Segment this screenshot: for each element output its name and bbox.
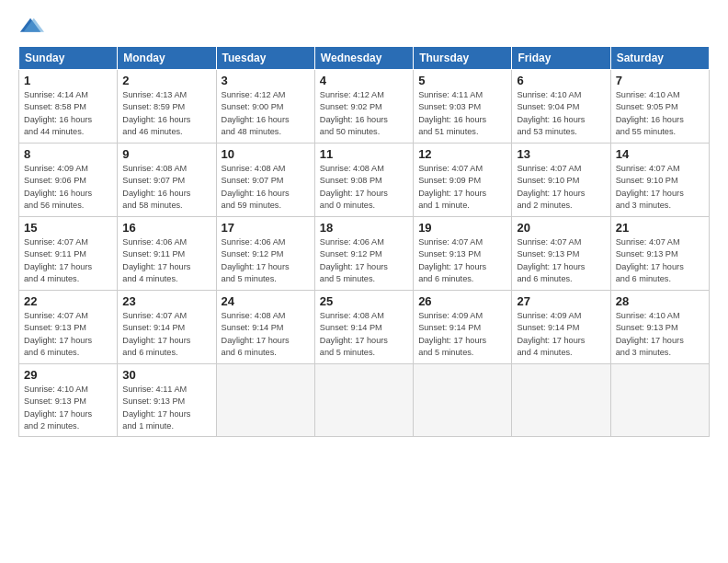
day-number: 20	[517, 221, 605, 235]
day-number: 29	[24, 368, 112, 382]
day-number: 27	[517, 294, 605, 308]
calendar-cell: 13Sunrise: 4:07 AM Sunset: 9:10 PM Dayli…	[512, 144, 610, 217]
calendar-cell: 26Sunrise: 4:09 AM Sunset: 9:14 PM Dayli…	[414, 291, 512, 364]
day-number: 22	[24, 294, 112, 308]
day-info: Sunrise: 4:07 AM Sunset: 9:13 PM Dayligh…	[517, 236, 605, 285]
day-number: 8	[24, 147, 112, 161]
calendar-cell: 16Sunrise: 4:06 AM Sunset: 9:11 PM Dayli…	[118, 217, 216, 291]
day-info: Sunrise: 4:07 AM Sunset: 9:10 PM Dayligh…	[517, 163, 605, 212]
day-info: Sunrise: 4:08 AM Sunset: 9:14 PM Dayligh…	[320, 310, 408, 359]
calendar-cell: 30Sunrise: 4:11 AM Sunset: 9:13 PM Dayli…	[118, 364, 216, 437]
calendar-cell: 29Sunrise: 4:10 AM Sunset: 9:13 PM Dayli…	[19, 364, 118, 437]
calendar-week-row: 8Sunrise: 4:09 AM Sunset: 9:06 PM Daylig…	[19, 144, 710, 217]
weekday-header-wednesday: Wednesday	[314, 47, 413, 70]
day-number: 19	[418, 221, 506, 235]
calendar-cell: 20Sunrise: 4:07 AM Sunset: 9:13 PM Dayli…	[512, 217, 610, 291]
day-number: 18	[320, 221, 408, 235]
calendar-cell: 8Sunrise: 4:09 AM Sunset: 9:06 PM Daylig…	[19, 144, 118, 217]
day-info: Sunrise: 4:14 AM Sunset: 8:58 PM Dayligh…	[24, 89, 112, 138]
day-info: Sunrise: 4:09 AM Sunset: 9:14 PM Dayligh…	[517, 310, 605, 359]
day-info: Sunrise: 4:07 AM Sunset: 9:10 PM Dayligh…	[616, 163, 704, 212]
day-info: Sunrise: 4:13 AM Sunset: 8:59 PM Dayligh…	[122, 89, 210, 138]
calendar-cell	[414, 364, 512, 437]
day-number: 15	[24, 221, 112, 235]
calendar-header: SundayMondayTuesdayWednesdayThursdayFrid…	[19, 47, 710, 70]
calendar-cell	[216, 364, 314, 437]
day-info: Sunrise: 4:12 AM Sunset: 9:02 PM Dayligh…	[320, 89, 408, 138]
calendar-cell: 15Sunrise: 4:07 AM Sunset: 9:11 PM Dayli…	[19, 217, 118, 291]
day-number: 25	[320, 294, 408, 308]
day-number: 24	[222, 294, 310, 308]
weekday-header-sunday: Sunday	[19, 47, 118, 70]
day-info: Sunrise: 4:08 AM Sunset: 9:07 PM Dayligh…	[222, 163, 310, 212]
calendar-cell: 28Sunrise: 4:10 AM Sunset: 9:13 PM Dayli…	[610, 291, 709, 364]
weekday-header-thursday: Thursday	[414, 47, 512, 70]
calendar-cell: 4Sunrise: 4:12 AM Sunset: 9:02 PM Daylig…	[314, 70, 413, 144]
day-info: Sunrise: 4:10 AM Sunset: 9:13 PM Dayligh…	[24, 384, 112, 432]
calendar-cell: 2Sunrise: 4:13 AM Sunset: 8:59 PM Daylig…	[118, 70, 216, 144]
day-number: 26	[418, 294, 506, 308]
day-number: 1	[24, 74, 112, 87]
day-number: 28	[616, 294, 704, 308]
calendar-week-row: 1Sunrise: 4:14 AM Sunset: 8:58 PM Daylig…	[19, 70, 710, 144]
calendar-cell: 24Sunrise: 4:08 AM Sunset: 9:14 PM Dayli…	[216, 291, 314, 364]
weekday-header-tuesday: Tuesday	[216, 47, 314, 70]
day-info: Sunrise: 4:07 AM Sunset: 9:11 PM Dayligh…	[24, 236, 112, 285]
day-number: 6	[517, 74, 605, 87]
day-info: Sunrise: 4:07 AM Sunset: 9:14 PM Dayligh…	[122, 310, 210, 359]
calendar-cell: 5Sunrise: 4:11 AM Sunset: 9:03 PM Daylig…	[414, 70, 512, 144]
day-number: 3	[222, 74, 310, 87]
calendar-cell: 19Sunrise: 4:07 AM Sunset: 9:13 PM Dayli…	[414, 217, 512, 291]
day-info: Sunrise: 4:07 AM Sunset: 9:13 PM Dayligh…	[616, 236, 704, 285]
day-info: Sunrise: 4:06 AM Sunset: 9:12 PM Dayligh…	[222, 236, 310, 285]
weekday-header-friday: Friday	[512, 47, 610, 70]
day-info: Sunrise: 4:10 AM Sunset: 9:13 PM Dayligh…	[616, 310, 704, 359]
logo-icon	[18, 15, 44, 40]
day-number: 10	[222, 147, 310, 161]
day-number: 30	[122, 368, 210, 382]
calendar-cell: 3Sunrise: 4:12 AM Sunset: 9:00 PM Daylig…	[216, 70, 314, 144]
day-info: Sunrise: 4:10 AM Sunset: 9:05 PM Dayligh…	[616, 89, 704, 138]
day-info: Sunrise: 4:10 AM Sunset: 9:04 PM Dayligh…	[517, 89, 605, 138]
logo	[18, 15, 48, 40]
day-number: 23	[122, 294, 210, 308]
header	[18, 15, 710, 40]
weekday-header-row: SundayMondayTuesdayWednesdayThursdayFrid…	[19, 47, 710, 70]
day-info: Sunrise: 4:12 AM Sunset: 9:00 PM Dayligh…	[222, 89, 310, 138]
calendar-week-row: 22Sunrise: 4:07 AM Sunset: 9:13 PM Dayli…	[19, 291, 710, 364]
calendar-cell: 9Sunrise: 4:08 AM Sunset: 9:07 PM Daylig…	[118, 144, 216, 217]
day-info: Sunrise: 4:07 AM Sunset: 9:09 PM Dayligh…	[418, 163, 506, 212]
calendar-cell: 22Sunrise: 4:07 AM Sunset: 9:13 PM Dayli…	[19, 291, 118, 364]
day-info: Sunrise: 4:06 AM Sunset: 9:12 PM Dayligh…	[320, 236, 408, 285]
day-number: 13	[517, 147, 605, 161]
calendar-cell	[512, 364, 610, 437]
calendar-cell: 14Sunrise: 4:07 AM Sunset: 9:10 PM Dayli…	[610, 144, 709, 217]
calendar-cell: 27Sunrise: 4:09 AM Sunset: 9:14 PM Dayli…	[512, 291, 610, 364]
day-info: Sunrise: 4:06 AM Sunset: 9:11 PM Dayligh…	[122, 236, 210, 285]
day-info: Sunrise: 4:09 AM Sunset: 9:14 PM Dayligh…	[418, 310, 506, 359]
page: SundayMondayTuesdayWednesdayThursdayFrid…	[0, 0, 728, 563]
calendar-table: SundayMondayTuesdayWednesdayThursdayFrid…	[18, 46, 710, 437]
calendar-body: 1Sunrise: 4:14 AM Sunset: 8:58 PM Daylig…	[19, 70, 710, 437]
day-number: 16	[122, 221, 210, 235]
day-number: 7	[616, 74, 704, 87]
day-number: 14	[616, 147, 704, 161]
day-number: 2	[122, 74, 210, 87]
day-info: Sunrise: 4:07 AM Sunset: 9:13 PM Dayligh…	[24, 310, 112, 359]
day-info: Sunrise: 4:07 AM Sunset: 9:13 PM Dayligh…	[418, 236, 506, 285]
day-info: Sunrise: 4:08 AM Sunset: 9:08 PM Dayligh…	[320, 163, 408, 212]
calendar-cell: 7Sunrise: 4:10 AM Sunset: 9:05 PM Daylig…	[610, 70, 709, 144]
day-info: Sunrise: 4:08 AM Sunset: 9:14 PM Dayligh…	[222, 310, 310, 359]
weekday-header-saturday: Saturday	[610, 47, 709, 70]
day-number: 5	[418, 74, 506, 87]
calendar-cell: 21Sunrise: 4:07 AM Sunset: 9:13 PM Dayli…	[610, 217, 709, 291]
calendar-cell: 18Sunrise: 4:06 AM Sunset: 9:12 PM Dayli…	[314, 217, 413, 291]
day-number: 12	[418, 147, 506, 161]
day-info: Sunrise: 4:08 AM Sunset: 9:07 PM Dayligh…	[122, 163, 210, 212]
day-number: 4	[320, 74, 408, 87]
day-info: Sunrise: 4:09 AM Sunset: 9:06 PM Dayligh…	[24, 163, 112, 212]
calendar-cell: 12Sunrise: 4:07 AM Sunset: 9:09 PM Dayli…	[414, 144, 512, 217]
calendar-cell	[314, 364, 413, 437]
weekday-header-monday: Monday	[118, 47, 216, 70]
day-info: Sunrise: 4:11 AM Sunset: 9:03 PM Dayligh…	[418, 89, 506, 138]
